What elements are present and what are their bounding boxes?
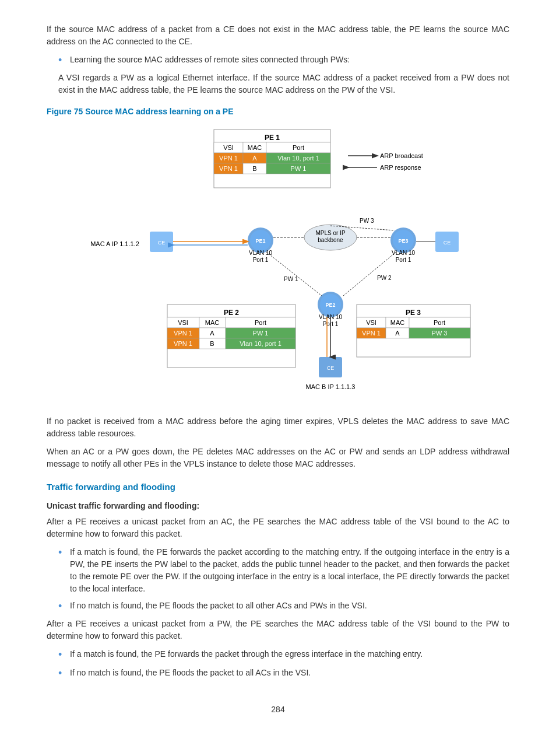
intro-para1: If the source MAC address of a packet fr…: [47, 23, 509, 48]
bullet-dot-match2: •: [58, 648, 68, 662]
para-unicast1: After a PE receives a unicast packet fro…: [47, 516, 509, 540]
svg-text:MAC: MAC: [248, 144, 262, 151]
svg-text:B: B: [252, 165, 256, 172]
bullet-dot-match: •: [58, 546, 68, 559]
svg-text:VPN 1: VPN 1: [174, 340, 192, 347]
bullet-text-match: If a match is found, the PE forwards the…: [70, 546, 509, 595]
figure-container: PE 1 VSI MAC Port VPN 1 A Vlan 10, port …: [47, 124, 509, 404]
content-area: If the source MAC address of a packet fr…: [47, 23, 509, 716]
sub-heading: Unicast traffic forwarding and flooding:: [47, 500, 509, 512]
page-number: 284: [47, 704, 509, 716]
svg-text:Vlan 10, port 1: Vlan 10, port 1: [277, 155, 319, 162]
svg-text:MAC: MAC: [205, 319, 220, 326]
svg-line-56: [266, 252, 322, 296]
svg-text:CE: CE: [158, 240, 166, 246]
bullet-nomatch: • If no match is found, the PE floods th…: [47, 600, 509, 613]
svg-text:MAC: MAC: [390, 319, 405, 326]
section-heading: Traffic forwarding and flooding: [47, 481, 509, 494]
bullet-dot-nomatch: •: [58, 600, 68, 613]
diagram-svg: PE 1 VSI MAC Port VPN 1 A Vlan 10, port …: [80, 124, 476, 404]
bullet-text-nomatch2: If no match is found, the PE floods the …: [70, 667, 509, 679]
svg-text:A: A: [252, 155, 257, 162]
bullet1-sub: A VSI regards a PW as a logical Ethernet…: [47, 72, 509, 96]
svg-text:PW 1: PW 1: [284, 276, 298, 282]
svg-text:A: A: [210, 330, 214, 337]
svg-text:MAC A IP 1.1.1.2: MAC A IP 1.1.1.2: [90, 240, 139, 247]
svg-text:PW 3: PW 3: [432, 330, 448, 337]
svg-text:VPN 1: VPN 1: [219, 165, 238, 172]
para-ac-down: When an AC or a PW goes down, the PE del…: [47, 446, 509, 470]
bullet-match: • If a match is found, the PE forwards t…: [47, 546, 509, 595]
svg-text:PE3: PE3: [398, 238, 408, 244]
svg-text:PE2: PE2: [325, 302, 335, 308]
svg-text:PE 2: PE 2: [224, 309, 239, 317]
svg-text:ARP response: ARP response: [380, 164, 421, 171]
svg-text:B: B: [210, 340, 214, 347]
para-aging: If no packet is received from a MAC addr…: [47, 415, 509, 440]
svg-line-58: [343, 251, 397, 296]
bullet-dot-nomatch2: •: [58, 667, 68, 680]
svg-text:Port: Port: [434, 319, 445, 326]
svg-text:backbone: backbone: [318, 237, 343, 243]
svg-text:Vlan 10, port 1: Vlan 10, port 1: [240, 340, 281, 347]
svg-text:Port: Port: [293, 144, 304, 151]
svg-text:PW 1: PW 1: [253, 330, 269, 337]
svg-text:CE: CE: [444, 240, 451, 246]
svg-text:Port 1: Port 1: [253, 257, 269, 263]
bullet-match2: • If a match is found, the PE forwards t…: [47, 648, 509, 662]
bullet-nomatch2: • If no match is found, the PE floods th…: [47, 667, 509, 680]
svg-text:PE 1: PE 1: [265, 134, 280, 142]
bullet-text-nomatch: If no match is found, the PE floods the …: [70, 600, 509, 612]
svg-text:Port 1: Port 1: [396, 257, 411, 263]
svg-text:VLAN 10: VLAN 10: [249, 250, 272, 256]
bullet-text-1: Learning the source MAC addresses of rem…: [70, 54, 509, 66]
svg-text:ARP broadcast: ARP broadcast: [380, 152, 423, 159]
svg-text:A: A: [395, 330, 400, 337]
svg-text:VPN 1: VPN 1: [174, 330, 192, 337]
svg-text:CE: CE: [327, 365, 335, 371]
svg-text:Port: Port: [255, 319, 266, 326]
svg-text:VPN 1: VPN 1: [219, 155, 238, 162]
svg-text:PE 3: PE 3: [406, 309, 421, 317]
svg-text:PE1: PE1: [255, 238, 265, 244]
svg-text:VSI: VSI: [178, 319, 188, 326]
bullet-text-match2: If a match is found, the PE forwards the…: [70, 648, 509, 660]
svg-text:MPLS or IP: MPLS or IP: [315, 230, 345, 236]
svg-text:PW 3: PW 3: [360, 218, 374, 224]
para-unicast2: After a PE receives a unicast packet fro…: [47, 618, 509, 642]
figure-title: Figure 75 Source MAC address learning on…: [47, 106, 509, 118]
svg-text:MAC B IP 1.1.1.3: MAC B IP 1.1.1.3: [306, 383, 356, 390]
bullet-dot-1: •: [58, 54, 68, 67]
svg-text:VPN 1: VPN 1: [362, 330, 381, 337]
svg-text:PW 1: PW 1: [291, 165, 307, 172]
svg-text:PW 2: PW 2: [377, 275, 392, 281]
svg-text:VSI: VSI: [366, 319, 376, 326]
bullet-item-1: • Learning the source MAC addresses of r…: [47, 54, 509, 67]
svg-text:VSI: VSI: [223, 144, 234, 151]
